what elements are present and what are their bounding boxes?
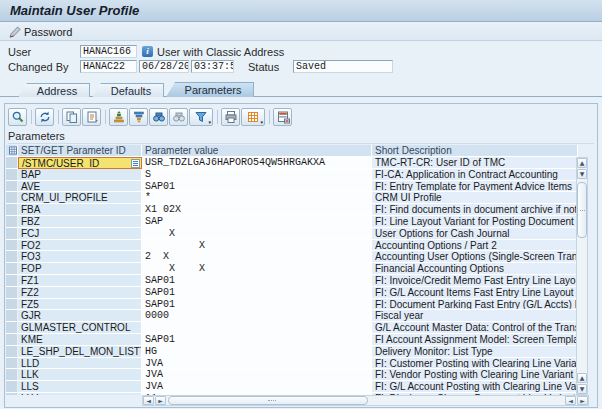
scroll-right-button[interactable]: ► — [155, 396, 166, 405]
row-selector[interactable] — [6, 169, 18, 181]
short-description-cell[interactable]: FI: Document Parking Fast Entry (G/L Acc… — [372, 299, 578, 311]
row-selector[interactable] — [6, 287, 18, 299]
find-icon[interactable] — [149, 108, 168, 126]
vertical-scrollbar-thumb[interactable] — [577, 182, 587, 238]
param-id-cell[interactable]: FZ5 — [18, 299, 142, 311]
param-id-cell[interactable]: FOP — [18, 263, 142, 275]
scroll-left-button[interactable]: ◄ — [565, 396, 576, 405]
row-selector[interactable] — [6, 240, 18, 252]
param-value-cell[interactable]: SAP01 — [142, 287, 372, 299]
row-selector[interactable] — [6, 251, 18, 263]
param-value-cell[interactable]: SAP01 — [142, 299, 372, 311]
short-description-cell[interactable]: Delivery Monitor: List Type — [372, 346, 578, 358]
short-description-cell[interactable]: Accounting User Options (Single-Screen T… — [372, 251, 578, 263]
row-selector[interactable] — [6, 299, 18, 311]
copy-icon[interactable] — [62, 108, 81, 126]
param-value-cell[interactable]: X — [142, 240, 372, 252]
user-field[interactable]: HANAC166 — [80, 45, 137, 58]
param-id-cell[interactable]: AVE — [18, 181, 142, 193]
tab-address[interactable]: Address — [18, 83, 90, 97]
row-selector[interactable] — [6, 157, 18, 169]
scroll-down-button[interactable]: ▼ — [577, 384, 587, 394]
row-selector[interactable] — [6, 192, 18, 204]
param-value-cell[interactable]: X X — [142, 263, 372, 275]
param-id-cell[interactable]: KME — [18, 334, 142, 346]
details-icon[interactable] — [8, 108, 27, 126]
param-value-cell[interactable]: * — [142, 192, 372, 204]
row-selector[interactable] — [6, 346, 18, 358]
sort-descending-icon[interactable] — [129, 108, 148, 126]
row-selector[interactable] — [6, 393, 18, 395]
views-icon[interactable]: ▾ — [241, 108, 265, 126]
param-id-cell[interactable]: FO3 — [18, 251, 142, 263]
param-id-cell[interactable]: GLMASTER_CONTROL — [18, 322, 142, 334]
param-value-cell[interactable]: SAP — [142, 216, 372, 228]
param-value-cell[interactable]: USR_TDZLGAJ6HAPORO54QW5HRGAKXA — [142, 157, 372, 169]
param-id-cell[interactable]: BAP — [18, 169, 142, 181]
short-description-cell[interactable]: G/L Account Master Data: Control of the … — [372, 322, 578, 334]
short-description-cell[interactable]: CRM UI Profile — [372, 192, 578, 204]
short-description-cell[interactable]: Financial Accounting Options — [372, 263, 578, 275]
scroll-up-button[interactable]: ▲ — [577, 373, 587, 383]
vertical-scrollbar[interactable]: ▲ ▼ ▲ ▼ — [576, 157, 588, 395]
short-description-cell[interactable]: FI: G/L Account Items Fast Entry Line La… — [372, 287, 578, 299]
changed-by-field[interactable]: HANAC22 — [80, 60, 137, 73]
short-description-cell[interactable]: FI-CA: Application in Contract Accountin… — [372, 169, 578, 181]
param-id-cell[interactable]: FZ1 — [18, 275, 142, 287]
param-value-cell[interactable]: SAP01 — [142, 334, 372, 346]
param-value-cell[interactable] — [142, 322, 372, 334]
param-value-cell[interactable]: SAP01 — [142, 275, 372, 287]
print-icon[interactable] — [221, 108, 240, 126]
short-description-cell[interactable]: FI: Vendor Posting with Clearing Line Va… — [372, 369, 578, 381]
param-id-cell[interactable]: FCJ — [18, 228, 142, 240]
row-selector[interactable] — [6, 216, 18, 228]
param-id-cell[interactable]: LLS — [18, 381, 142, 393]
scroll-left-button[interactable]: ◄ — [143, 396, 154, 405]
param-value-cell[interactable]: JVA — [142, 369, 372, 381]
param-id-cell[interactable]: /STMC/USER_ID — [18, 157, 142, 169]
select-all-button[interactable] — [6, 145, 18, 157]
param-value-cell[interactable]: S — [142, 169, 372, 181]
filter-icon[interactable]: ▾ — [189, 108, 213, 126]
param-value-cell[interactable]: X — [142, 228, 372, 240]
param-id-cell[interactable]: LLV — [18, 393, 142, 395]
row-selector[interactable] — [6, 358, 18, 370]
row-selector[interactable] — [6, 275, 18, 287]
short-description-cell[interactable]: User Options for Cash Journal — [372, 228, 578, 240]
password-button[interactable]: Password — [5, 24, 76, 40]
short-description-cell[interactable]: FI: G/L Account Posting with Clearing Li… — [372, 381, 578, 393]
scroll-down-button[interactable]: ▼ — [577, 169, 587, 179]
param-value-cell[interactable]: JVA — [142, 358, 372, 370]
column-header-short-description[interactable]: Short Description — [372, 145, 578, 157]
row-selector[interactable] — [6, 204, 18, 216]
horizontal-scrollbar-thumb[interactable] — [168, 396, 368, 405]
horizontal-scrollbar[interactable]: ◄ ► ◄ ► — [142, 395, 589, 406]
short-description-cell[interactable]: FI: Entry Template for Payment Advice It… — [372, 181, 578, 193]
row-selector[interactable] — [6, 381, 18, 393]
changed-date-field[interactable]: 06/28/2021 — [139, 60, 189, 73]
param-id-cell[interactable]: CRM_UI_PROFILE — [18, 192, 142, 204]
param-value-cell[interactable]: X1 02X — [142, 204, 372, 216]
column-header-parameter-value[interactable]: Parameter value — [142, 145, 372, 157]
param-id-cell[interactable]: GJR — [18, 310, 142, 322]
find-next-icon[interactable] — [169, 108, 188, 126]
param-value-cell[interactable]: SAP01 — [142, 181, 372, 193]
param-id-cell[interactable]: FO2 — [18, 240, 142, 252]
param-value-cell[interactable]: HG — [142, 346, 372, 358]
tab-defaults[interactable]: Defaults — [92, 83, 164, 97]
short-description-cell[interactable]: Accounting Options / Part 2 — [372, 240, 578, 252]
short-description-cell[interactable]: FI: Line Layout Variant for Posting Docu… — [372, 216, 578, 228]
sort-ascending-icon[interactable] — [109, 108, 128, 126]
param-value-cell[interactable]: 0000 — [142, 310, 372, 322]
param-value-cell[interactable]: 2 X — [142, 251, 372, 263]
param-id-cell[interactable]: LLK — [18, 369, 142, 381]
row-selector[interactable] — [6, 181, 18, 193]
refresh-icon[interactable] — [35, 108, 54, 126]
short-description-cell[interactable]: Fiscal year — [372, 310, 578, 322]
param-value-cell[interactable]: JVA — [142, 381, 372, 393]
tab-parameters[interactable]: Parameters — [166, 82, 254, 97]
choose-layout-icon[interactable] — [273, 108, 292, 126]
row-selector[interactable] — [6, 263, 18, 275]
short-description-cell[interactable]: FI: Customer Posting with Clearing Line … — [372, 358, 578, 370]
scroll-right-button[interactable]: ► — [577, 396, 588, 405]
